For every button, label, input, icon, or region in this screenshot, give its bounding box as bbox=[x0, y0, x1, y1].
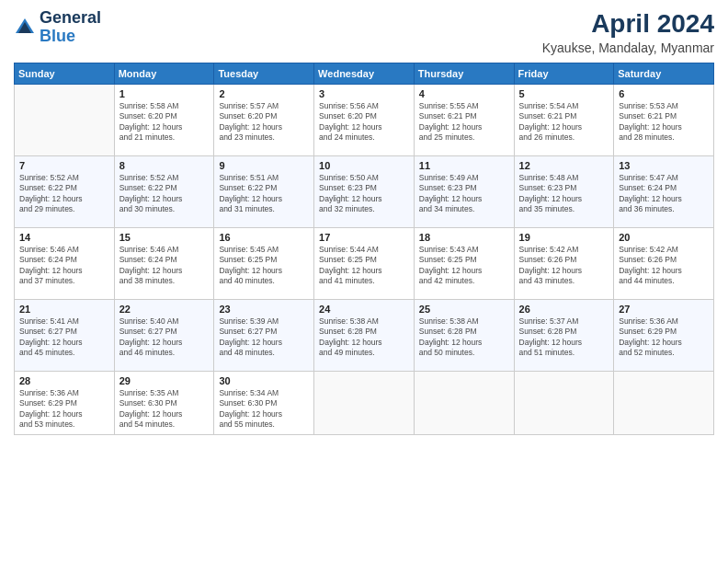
header-monday: Monday bbox=[114, 63, 214, 85]
day-info: Sunrise: 5:56 AM Sunset: 6:20 PM Dayligh… bbox=[319, 101, 409, 144]
day-info: Sunrise: 5:55 AM Sunset: 6:21 PM Dayligh… bbox=[419, 101, 509, 144]
header-wednesday: Wednesday bbox=[314, 63, 415, 85]
table-row: 11Sunrise: 5:49 AM Sunset: 6:23 PM Dayli… bbox=[414, 156, 514, 228]
table-row: 18Sunrise: 5:43 AM Sunset: 6:25 PM Dayli… bbox=[414, 228, 514, 300]
day-info: Sunrise: 5:51 AM Sunset: 6:22 PM Dayligh… bbox=[219, 173, 309, 215]
day-number: 23 bbox=[219, 304, 309, 315]
table-row: 21Sunrise: 5:41 AM Sunset: 6:27 PM Dayli… bbox=[15, 300, 115, 372]
day-number: 17 bbox=[319, 232, 409, 243]
table-row: 3Sunrise: 5:56 AM Sunset: 6:20 PM Daylig… bbox=[314, 85, 415, 156]
day-info: Sunrise: 5:46 AM Sunset: 6:24 PM Dayligh… bbox=[19, 245, 109, 287]
table-row: 15Sunrise: 5:46 AM Sunset: 6:24 PM Dayli… bbox=[114, 228, 214, 300]
header-friday: Friday bbox=[514, 63, 614, 85]
table-row: 5Sunrise: 5:54 AM Sunset: 6:21 PM Daylig… bbox=[514, 85, 614, 156]
header-sunday: Sunday bbox=[15, 63, 115, 85]
day-info: Sunrise: 5:37 AM Sunset: 6:28 PM Dayligh… bbox=[519, 316, 609, 359]
location-title: Kyaukse, Mandalay, Myanmar bbox=[542, 40, 714, 55]
table-row bbox=[314, 372, 415, 435]
table-row bbox=[614, 372, 714, 435]
day-number: 27 bbox=[619, 304, 709, 315]
table-row: 30Sunrise: 5:34 AM Sunset: 6:30 PM Dayli… bbox=[214, 372, 314, 435]
day-number: 29 bbox=[119, 375, 210, 386]
day-number: 5 bbox=[519, 88, 609, 99]
day-number: 20 bbox=[619, 232, 709, 243]
day-number: 18 bbox=[419, 232, 509, 243]
day-number: 3 bbox=[319, 88, 409, 99]
day-info: Sunrise: 5:44 AM Sunset: 6:25 PM Dayligh… bbox=[319, 245, 409, 287]
day-info: Sunrise: 5:52 AM Sunset: 6:22 PM Dayligh… bbox=[19, 173, 109, 215]
day-info: Sunrise: 5:43 AM Sunset: 6:25 PM Dayligh… bbox=[419, 245, 509, 287]
table-row: 24Sunrise: 5:38 AM Sunset: 6:28 PM Dayli… bbox=[314, 300, 415, 372]
table-row: 6Sunrise: 5:53 AM Sunset: 6:21 PM Daylig… bbox=[614, 85, 714, 156]
month-title: April 2024 bbox=[542, 9, 714, 39]
day-info: Sunrise: 5:50 AM Sunset: 6:23 PM Dayligh… bbox=[319, 173, 409, 215]
logo: General Blue bbox=[14, 9, 101, 46]
day-number: 10 bbox=[319, 160, 409, 171]
day-number: 8 bbox=[119, 160, 210, 171]
day-info: Sunrise: 5:54 AM Sunset: 6:21 PM Dayligh… bbox=[519, 101, 609, 144]
table-row: 26Sunrise: 5:37 AM Sunset: 6:28 PM Dayli… bbox=[514, 300, 614, 372]
day-number: 28 bbox=[19, 375, 109, 386]
day-info: Sunrise: 5:52 AM Sunset: 6:22 PM Dayligh… bbox=[119, 173, 210, 215]
table-row: 23Sunrise: 5:39 AM Sunset: 6:27 PM Dayli… bbox=[214, 300, 314, 372]
day-info: Sunrise: 5:42 AM Sunset: 6:26 PM Dayligh… bbox=[619, 245, 709, 287]
table-row: 8Sunrise: 5:52 AM Sunset: 6:22 PM Daylig… bbox=[114, 156, 214, 228]
day-info: Sunrise: 5:46 AM Sunset: 6:24 PM Dayligh… bbox=[119, 245, 210, 287]
header-saturday: Saturday bbox=[614, 63, 714, 85]
day-number: 22 bbox=[119, 304, 210, 315]
day-info: Sunrise: 5:39 AM Sunset: 6:27 PM Dayligh… bbox=[219, 316, 309, 359]
day-info: Sunrise: 5:41 AM Sunset: 6:27 PM Dayligh… bbox=[19, 316, 109, 359]
table-row: 7Sunrise: 5:52 AM Sunset: 6:22 PM Daylig… bbox=[15, 156, 115, 228]
table-row bbox=[514, 372, 614, 435]
table-row: 16Sunrise: 5:45 AM Sunset: 6:25 PM Dayli… bbox=[214, 228, 314, 300]
table-row: 12Sunrise: 5:48 AM Sunset: 6:23 PM Dayli… bbox=[514, 156, 614, 228]
logo-text: General Blue bbox=[40, 9, 101, 46]
day-number: 14 bbox=[19, 232, 109, 243]
day-info: Sunrise: 5:38 AM Sunset: 6:28 PM Dayligh… bbox=[319, 316, 409, 359]
table-row: 27Sunrise: 5:36 AM Sunset: 6:29 PM Dayli… bbox=[614, 300, 714, 372]
day-number: 24 bbox=[319, 304, 409, 315]
table-row: 29Sunrise: 5:35 AM Sunset: 6:30 PM Dayli… bbox=[114, 372, 214, 435]
table-row: 1Sunrise: 5:58 AM Sunset: 6:20 PM Daylig… bbox=[114, 85, 214, 156]
table-row: 4Sunrise: 5:55 AM Sunset: 6:21 PM Daylig… bbox=[414, 85, 514, 156]
day-number: 9 bbox=[219, 160, 309, 171]
table-row: 28Sunrise: 5:36 AM Sunset: 6:29 PM Dayli… bbox=[15, 372, 115, 435]
day-number: 15 bbox=[119, 232, 210, 243]
calendar-header-row: Sunday Monday Tuesday Wednesday Thursday… bbox=[15, 63, 714, 85]
table-row: 14Sunrise: 5:46 AM Sunset: 6:24 PM Dayli… bbox=[15, 228, 115, 300]
table-row: 10Sunrise: 5:50 AM Sunset: 6:23 PM Dayli… bbox=[314, 156, 415, 228]
header-tuesday: Tuesday bbox=[214, 63, 314, 85]
header: General Blue April 2024 Kyaukse, Mandala… bbox=[14, 9, 714, 55]
day-number: 30 bbox=[219, 375, 309, 386]
day-number: 12 bbox=[519, 160, 609, 171]
calendar-table: Sunday Monday Tuesday Wednesday Thursday… bbox=[14, 63, 714, 435]
day-number: 19 bbox=[519, 232, 609, 243]
day-info: Sunrise: 5:48 AM Sunset: 6:23 PM Dayligh… bbox=[519, 173, 609, 215]
day-info: Sunrise: 5:47 AM Sunset: 6:24 PM Dayligh… bbox=[619, 173, 709, 215]
day-info: Sunrise: 5:36 AM Sunset: 6:29 PM Dayligh… bbox=[19, 388, 109, 431]
logo-icon bbox=[14, 17, 36, 39]
day-info: Sunrise: 5:36 AM Sunset: 6:29 PM Dayligh… bbox=[619, 316, 709, 359]
title-section: April 2024 Kyaukse, Mandalay, Myanmar bbox=[542, 9, 714, 55]
day-number: 13 bbox=[619, 160, 709, 171]
day-info: Sunrise: 5:57 AM Sunset: 6:20 PM Dayligh… bbox=[219, 101, 309, 144]
day-number: 16 bbox=[219, 232, 309, 243]
table-row: 2Sunrise: 5:57 AM Sunset: 6:20 PM Daylig… bbox=[214, 85, 314, 156]
table-row: 20Sunrise: 5:42 AM Sunset: 6:26 PM Dayli… bbox=[614, 228, 714, 300]
day-info: Sunrise: 5:49 AM Sunset: 6:23 PM Dayligh… bbox=[419, 173, 509, 215]
day-info: Sunrise: 5:35 AM Sunset: 6:30 PM Dayligh… bbox=[119, 388, 210, 431]
table-row: 13Sunrise: 5:47 AM Sunset: 6:24 PM Dayli… bbox=[614, 156, 714, 228]
day-number: 1 bbox=[119, 88, 210, 99]
day-info: Sunrise: 5:34 AM Sunset: 6:30 PM Dayligh… bbox=[219, 388, 309, 431]
table-row bbox=[414, 372, 514, 435]
day-number: 26 bbox=[519, 304, 609, 315]
day-info: Sunrise: 5:58 AM Sunset: 6:20 PM Dayligh… bbox=[119, 101, 210, 144]
day-number: 4 bbox=[419, 88, 509, 99]
table-row: 9Sunrise: 5:51 AM Sunset: 6:22 PM Daylig… bbox=[214, 156, 314, 228]
table-row: 22Sunrise: 5:40 AM Sunset: 6:27 PM Dayli… bbox=[114, 300, 214, 372]
day-number: 6 bbox=[619, 88, 709, 99]
day-info: Sunrise: 5:38 AM Sunset: 6:28 PM Dayligh… bbox=[419, 316, 509, 359]
day-number: 21 bbox=[19, 304, 109, 315]
day-number: 2 bbox=[219, 88, 309, 99]
day-number: 11 bbox=[419, 160, 509, 171]
